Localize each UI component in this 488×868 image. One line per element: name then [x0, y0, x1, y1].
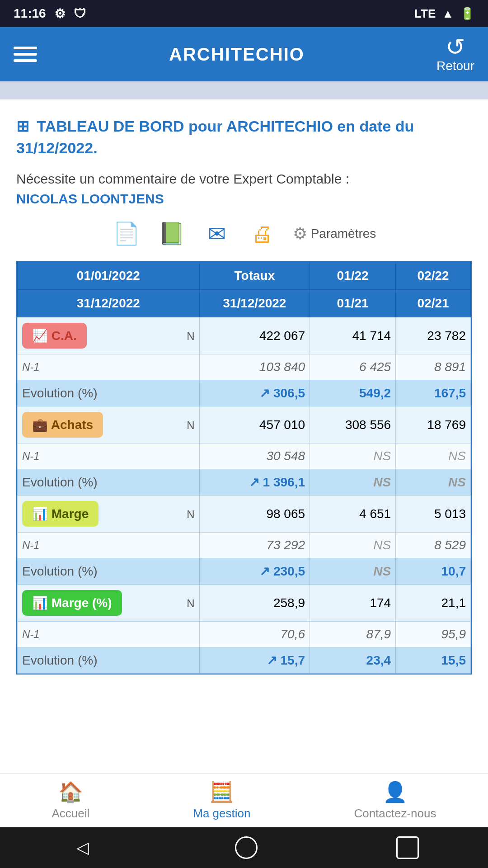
data-table-wrapper: 01/01/2022 Totaux 01/22 02/22 31/12/2022…	[16, 261, 472, 675]
table-header-row2: 31/12/2022 31/12/2022 01/21 02/21	[18, 290, 471, 317]
table-row-n1: N-1 103 840 6 425 8 891	[18, 354, 471, 380]
back-button[interactable]: ◁	[69, 834, 96, 861]
n-totaux-0: 422 067	[199, 317, 310, 354]
nav-ma-gestion[interactable]: 🧮 Ma gestion	[193, 780, 250, 821]
evolution-row-3: Evolution (%) ↗ 15,7 23,4 15,5	[18, 647, 471, 674]
table-row[interactable]: 💼 Achats N 457 010 308 556 18 769	[18, 406, 471, 443]
n1-col4-1: NS	[396, 443, 471, 469]
badge-icon-1: 💼	[32, 418, 48, 432]
badge-icon-3: 📊	[32, 596, 48, 610]
th-col4-2: 02/21	[396, 290, 471, 317]
evo-col3-0: 549,2	[310, 380, 396, 406]
expert-name: NICOLAS LOONTJENS	[16, 191, 472, 207]
n-totaux-1: 457 010	[199, 406, 310, 443]
table-row[interactable]: 📊 Marge N 98 065 4 651 5 013	[18, 495, 471, 533]
evo-col4-3: 15,5	[396, 647, 471, 674]
battery-icon: 🔋	[460, 7, 474, 21]
th-col4: 02/22	[396, 262, 471, 290]
badge-1: 💼 Achats	[22, 412, 103, 438]
nav-contactez-nous[interactable]: 👤 Contactez-nous	[354, 780, 436, 821]
n-col3-2: 4 651	[310, 495, 396, 533]
n-col3-0: 41 714	[310, 317, 396, 354]
retour-button[interactable]: ↺ Retour	[436, 35, 474, 73]
retour-label: Retour	[436, 59, 474, 73]
evo-totaux-3: ↗ 15,7	[199, 647, 310, 674]
home-button[interactable]	[235, 836, 258, 859]
n-col4-2: 5 013	[396, 495, 471, 533]
th-date-range: 01/01/2022	[18, 262, 200, 290]
row-label-1[interactable]: 💼 Achats N	[18, 406, 200, 443]
badge-2: 📊 Marge	[22, 501, 99, 527]
row-label-0[interactable]: 📈 C.A. N	[18, 317, 200, 354]
params-gear-icon: ⚙	[293, 224, 307, 243]
accueil-icon: 🏠	[58, 780, 83, 804]
evo-label-0: Evolution (%)	[18, 380, 200, 406]
badge-icon-2: 📊	[32, 507, 48, 521]
evo-label-3: Evolution (%)	[18, 647, 200, 674]
n1-totaux-2: 73 292	[199, 533, 310, 558]
data-table: 01/01/2022 Totaux 01/22 02/22 31/12/2022…	[17, 262, 471, 674]
table-header-row1: 01/01/2022 Totaux 01/22 02/22	[18, 262, 471, 290]
th-col3: 01/22	[310, 262, 396, 290]
badge-0: 📈 C.A.	[22, 323, 87, 349]
subtitle-text: Nécessite un commentaire de votre Expert…	[16, 171, 472, 187]
n1-totaux-0: 103 840	[199, 354, 310, 380]
table-row[interactable]: 📈 C.A. N 422 067 41 714 23 782	[18, 317, 471, 354]
row-label-2[interactable]: 📊 Marge N	[18, 495, 200, 533]
n-col4-3: 21,1	[396, 585, 471, 622]
n-label-3: N	[187, 590, 194, 610]
table-row-n1: N-1 73 292 NS 8 529	[18, 533, 471, 558]
status-time: 11:16	[14, 6, 46, 21]
n-label-1: N	[187, 412, 194, 432]
row-n1-label-1: N-1	[18, 443, 200, 469]
print-button[interactable]: 🖨	[248, 219, 277, 248]
n1-totaux-3: 70,6	[199, 622, 310, 647]
signal-icon: ▲	[442, 7, 454, 21]
ma-gestion-icon: 🧮	[209, 780, 234, 804]
n-col3-1: 308 556	[310, 406, 396, 443]
table-row[interactable]: 📊 Marge (%) N 258,9 174 21,1	[18, 585, 471, 622]
app-title: ARCHITECHIO	[169, 44, 305, 65]
main-content: ⊞ TABLEAU DE BORD pour ARCHITECHIO en da…	[0, 99, 488, 773]
n-col4-0: 23 782	[396, 317, 471, 354]
n1-col3-2: NS	[310, 533, 396, 558]
params-button[interactable]: ⚙ Paramètres	[293, 224, 376, 243]
email-button[interactable]: ✉	[202, 219, 231, 248]
evo-label-1: Evolution (%)	[18, 469, 200, 495]
evo-col4-1: NS	[396, 469, 471, 495]
table-row-n1: N-1 30 548 NS NS	[18, 443, 471, 469]
dashboard-title: ⊞ TABLEAU DE BORD pour ARCHITECHIO en da…	[16, 116, 472, 159]
badge-3: 📊 Marge (%)	[22, 590, 122, 616]
row-n1-label-3: N-1	[18, 622, 200, 647]
n1-col3-3: 87,9	[310, 622, 396, 647]
evo-col4-2: 10,7	[396, 558, 471, 585]
evolution-row-0: Evolution (%) ↗ 306,5 549,2 167,5	[18, 380, 471, 406]
recents-button[interactable]	[396, 836, 419, 859]
grid-icon: ⊞	[16, 118, 29, 135]
n1-totaux-1: 30 548	[199, 443, 310, 469]
excel-button[interactable]: 📗	[157, 219, 186, 248]
params-label: Paramètres	[311, 226, 376, 241]
n1-col3-0: 6 425	[310, 354, 396, 380]
row-label-3[interactable]: 📊 Marge (%) N	[18, 585, 200, 622]
hamburger-menu[interactable]	[14, 47, 37, 62]
n1-col4-2: 8 529	[396, 533, 471, 558]
pdf-button[interactable]: 📄	[112, 219, 141, 248]
th-date-range2: 31/12/2022	[18, 290, 200, 317]
evo-col4-0: 167,5	[396, 380, 471, 406]
nav-accueil[interactable]: 🏠 Accueil	[52, 780, 89, 821]
n1-col3-1: NS	[310, 443, 396, 469]
evo-col3-3: 23,4	[310, 647, 396, 674]
network-label: LTE	[414, 7, 436, 21]
n-label-2: N	[187, 501, 194, 521]
evo-col3-1: NS	[310, 469, 396, 495]
accueil-label: Accueil	[52, 807, 89, 821]
n-col4-1: 18 769	[396, 406, 471, 443]
evo-col3-2: NS	[310, 558, 396, 585]
n1-col4-0: 8 891	[396, 354, 471, 380]
n-totaux-3: 258,9	[199, 585, 310, 622]
ma-gestion-label: Ma gestion	[193, 807, 250, 821]
badge-icon-0: 📈	[32, 329, 48, 343]
retour-icon: ↺	[446, 35, 465, 59]
app-header: ARCHITECHIO ↺ Retour	[0, 27, 488, 81]
